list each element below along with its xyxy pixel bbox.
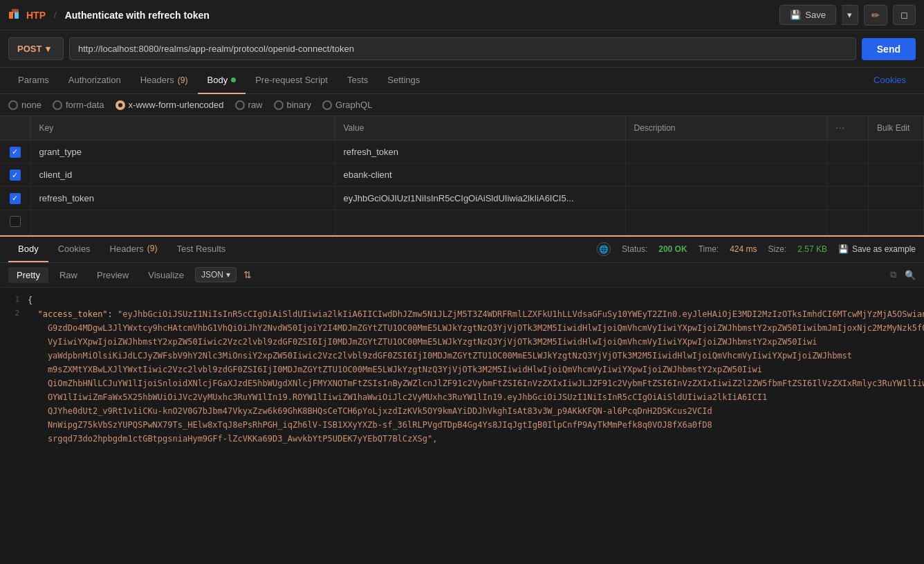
headers-badge: (9) — [178, 75, 188, 85]
copy-icon[interactable]: ⧉ — [890, 269, 896, 280]
empty-key[interactable] — [30, 210, 335, 235]
row1-checkbox[interactable]: ✓ — [10, 147, 21, 158]
table-row: ✓ client_id ebank-client — [0, 163, 924, 187]
method-chevron-icon: ▾ — [46, 44, 50, 54]
response-section: Body Cookies Headers (9) Test Results 🌐 … — [0, 235, 924, 483]
body-type-row: none form-data x-www-form-urlencoded raw… — [0, 94, 924, 116]
row2-value[interactable]: ebank-client — [335, 163, 625, 187]
col-header-desc: Description — [625, 116, 827, 140]
row3-checkbox[interactable]: ✓ — [10, 193, 21, 204]
url-bar: POST ▾ Send — [0, 30, 924, 68]
table-row-empty — [0, 210, 924, 235]
tab-headers[interactable]: Headers (9) — [131, 68, 198, 94]
radio-binary[interactable]: binary — [274, 100, 311, 110]
save-icon: 💾 — [790, 10, 801, 20]
edit-icon: ✏ — [871, 10, 880, 21]
radio-graphql-circle — [322, 100, 332, 110]
json-line-7: QiOmZhbHNlLCJuYW1lIjoiSnloidXNlcjFGaXJzd… — [0, 376, 924, 390]
row1-value[interactable]: refresh_token — [335, 140, 625, 164]
tab-authorization[interactable]: Authorization — [59, 68, 131, 94]
tab-cookies[interactable]: Cookies — [864, 68, 916, 94]
comment-button[interactable]: ◻ — [893, 5, 916, 25]
row2-key[interactable]: client_id — [30, 163, 335, 187]
radio-raw-circle — [235, 100, 245, 110]
header-actions: 💾 Save ▾ ✏ ◻ — [779, 5, 916, 26]
radio-binary-circle — [274, 100, 284, 110]
chevron-down-icon: ▾ — [226, 270, 230, 280]
save-button[interactable]: 💾 Save — [779, 5, 836, 25]
fmt-tab-pretty[interactable]: Pretty — [8, 267, 48, 283]
row1-key[interactable]: grant_type — [30, 140, 335, 164]
col-header-key: Key — [30, 116, 335, 140]
save-example-button[interactable]: 💾 Save as example — [838, 244, 916, 254]
filter-icon[interactable]: ⇅ — [239, 267, 256, 282]
json-format-select[interactable]: JSON ▾ — [195, 267, 237, 282]
json-line-5: yaWdpbnMiOlsiKiJdLCJyZWFsbV9hY2Nlc3MiOns… — [0, 349, 924, 363]
json-line-6: m9sZXMtYXBwLXJlYWxtIiwic2Vzc2lvbl9zdGF0Z… — [0, 363, 924, 376]
fmt-tab-visualize[interactable]: Visualize — [140, 267, 192, 283]
radio-raw[interactable]: raw — [235, 100, 263, 110]
tab-pre-request[interactable]: Pre-request Script — [246, 68, 338, 94]
send-button[interactable]: Send — [862, 38, 916, 60]
checkmark-icon: ✓ — [12, 194, 18, 203]
json-line-3: G9zdDo4MDgwL3JlYWxtcy9hcHAtcmVhbG1VhQiOi… — [0, 321, 924, 335]
url-input[interactable] — [69, 37, 856, 60]
tab-params[interactable]: Params — [8, 68, 59, 94]
row3-key[interactable]: refresh_token — [30, 187, 335, 210]
save-dropdown-button[interactable]: ▾ — [842, 5, 858, 25]
fmt-tab-raw[interactable]: Raw — [51, 267, 86, 283]
empty-row-checkbox[interactable] — [10, 216, 21, 227]
size-value: 2.57 KB — [797, 244, 827, 254]
fmt-tab-preview[interactable]: Preview — [89, 267, 137, 283]
method-select[interactable]: POST ▾ — [8, 37, 64, 60]
bulk-edit-button[interactable]: Bulk Edit — [877, 123, 909, 133]
resp-tab-test-results[interactable]: Test Results — [167, 236, 235, 262]
json-line-2: 2 "access_token": "eyJhbGciOiJSUzI1NiIsI… — [0, 307, 924, 321]
app-header: HTP / Authenticate with refrech token 💾 … — [0, 0, 924, 30]
tab-tests[interactable]: Tests — [338, 68, 378, 94]
col-header-bulk: Bulk Edit — [869, 116, 924, 140]
col-header-check — [0, 116, 30, 140]
radio-none-circle — [8, 100, 18, 110]
tab-settings[interactable]: Settings — [378, 68, 429, 94]
empty-value[interactable] — [335, 210, 625, 235]
json-line-10: NnWipgZ75kVbSzYUPQSPwNX79Ts_HElw8xTqJ8eP… — [0, 418, 924, 432]
row1-desc[interactable] — [625, 140, 827, 164]
radio-graphql[interactable]: GraphQL — [322, 100, 372, 110]
chevron-down-icon: ▾ — [847, 10, 852, 20]
params-table: Key Value Description ··· Bulk Edit ✓ gr… — [0, 116, 924, 235]
dots-button[interactable]: ··· — [835, 122, 844, 134]
search-icon[interactable]: 🔍 — [905, 270, 916, 280]
json-line-9: QJYhe0dUt2_v9Rt1v1iCKu-knO2V0G7bJbm47Vky… — [0, 404, 924, 418]
row3-value[interactable]: eyJhbGciOiJIUzI1NiIsInR5cCIgOiAiSldUIiwi… — [335, 187, 625, 210]
tab-body[interactable]: Body — [198, 68, 246, 94]
status-badge: 200 OK — [658, 244, 687, 254]
time-value: 424 ms — [730, 244, 757, 254]
radio-urlencoded-circle — [115, 100, 125, 110]
page-title: Authenticate with refrech token — [65, 10, 210, 21]
table-row: ✓ refresh_token eyJhbGciOiJIUzI1NiIsInR5… — [0, 187, 924, 210]
json-content: 1 { 2 "access_token": "eyJhbGciOiJSUzI1N… — [0, 288, 924, 483]
method-label: POST — [17, 44, 41, 54]
save-icon: 💾 — [838, 244, 849, 254]
globe-icon: 🌐 — [597, 242, 611, 256]
resp-tab-body[interactable]: Body — [8, 236, 48, 262]
radio-form-data[interactable]: form-data — [53, 100, 104, 110]
resp-headers-badge: (9) — [147, 244, 158, 253]
col-header-value: Value — [335, 116, 625, 140]
row3-desc[interactable] — [625, 187, 827, 210]
resp-tab-cookies[interactable]: Cookies — [48, 236, 100, 262]
app-logo: HTP — [8, 8, 46, 22]
radio-none[interactable]: none — [8, 100, 41, 110]
radio-urlencoded[interactable]: x-www-form-urlencoded — [115, 100, 224, 110]
resp-tab-headers[interactable]: Headers (9) — [100, 236, 167, 262]
breadcrumb-sep: / — [54, 10, 57, 20]
row2-desc[interactable] — [625, 163, 827, 187]
checkmark-icon: ✓ — [12, 147, 18, 156]
row2-checkbox[interactable]: ✓ — [10, 170, 21, 181]
edit-button[interactable]: ✏ — [864, 5, 887, 26]
table-row: ✓ grant_type refresh_token — [0, 140, 924, 164]
response-tabs: Body Cookies Headers (9) Test Results 🌐 … — [0, 237, 924, 263]
svg-rect-2 — [12, 9, 19, 13]
json-line-1: 1 { — [0, 293, 924, 307]
